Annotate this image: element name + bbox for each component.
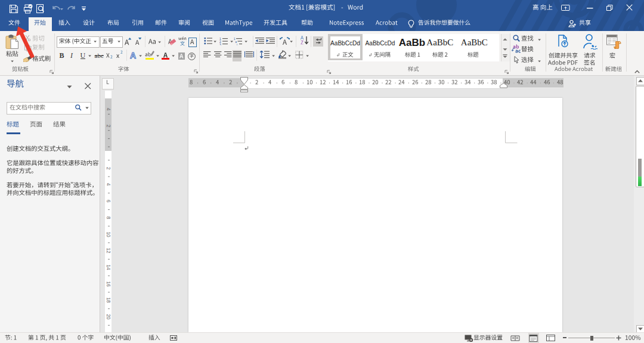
svg-text:A: A: [130, 51, 136, 60]
svg-text:i: i: [237, 43, 237, 45]
svg-text:3: 3: [219, 43, 221, 45]
